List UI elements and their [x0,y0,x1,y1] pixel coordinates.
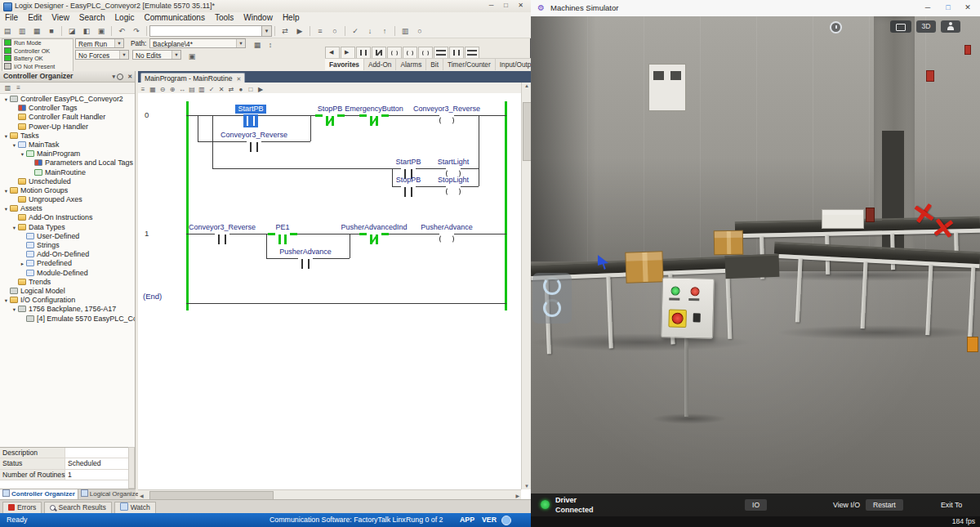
simulation-3d-viewport[interactable]: 3D DriverConnected IO View I/O Restart E… [531,16,980,527]
verify-icon[interactable]: ✓ [349,25,362,38]
tab-search-results[interactable]: Search Results [44,502,111,513]
palette-scroll-right-icon[interactable] [341,47,355,59]
language-icon[interactable]: ≡ [314,25,327,38]
contact-pusheradvance-seal[interactable]: PusherAdvance [261,243,350,270]
coil-stoplight[interactable]: StopLight [408,171,498,199]
controller-mode-dropdown[interactable]: Rem Run [75,38,124,48]
otu-coil-icon[interactable] [418,47,433,59]
expand-icon[interactable] [2,132,10,141]
menu-search[interactable]: Search [74,12,110,24]
upload-icon[interactable]: ↑ [378,25,391,38]
expand-icon[interactable] [11,141,18,150]
branch-icon[interactable] [434,47,448,59]
selector-switch[interactable] [693,313,701,322]
help-icon[interactable]: ○ [413,25,426,38]
scroll-right-icon[interactable]: ▶ [515,493,519,498]
redo-icon[interactable]: ↷ [130,25,143,38]
tree-item-backplane[interactable]: 1756 Backplane, 1756-A17 [0,305,135,314]
new-icon[interactable]: ▤ [1,25,14,38]
tree-item-unscheduled[interactable]: Unscheduled [0,177,135,186]
contact-startpb[interactable]: StartPB [206,100,296,127]
print-icon[interactable]: ■ [45,25,58,38]
view-io-button[interactable]: View I/O [833,501,860,509]
maximize-button[interactable] [499,1,513,11]
clock-icon[interactable] [830,21,842,33]
sim-maximize-button[interactable] [938,0,958,16]
cardboard-box[interactable] [714,230,744,256]
view-3d-button[interactable]: 3D [916,20,936,33]
organizer-pin-icon[interactable] [117,74,123,80]
menu-help[interactable]: Help [278,12,305,24]
cut-icon[interactable]: ◪ [65,25,78,38]
expand-icon[interactable] [11,223,18,232]
tree-item-trends[interactable]: Trends [0,278,135,287]
forces-enable-icon[interactable]: ▣ [185,51,198,63]
sim-close-button[interactable] [958,0,978,16]
tree-item-powerup-handler[interactable]: Power-Up Handler [0,123,135,132]
title-bar[interactable]: Logix Designer - EasyPLC_Conveyor2 [Emul… [0,0,531,13]
menu-view[interactable]: View [47,12,74,24]
upload-path-icon[interactable]: ↕ [264,39,277,51]
organizer-collapse-icon[interactable]: ≡ [13,83,24,93]
xic-contact-icon[interactable] [356,47,371,59]
small-red-box[interactable] [866,208,875,222]
menu-edit[interactable]: Edit [23,12,47,24]
tree-item-maintask[interactable]: MainTask [0,141,135,150]
palette-tab-addon[interactable]: Add-On [364,59,397,70]
tree-item-assets[interactable]: Assets [0,204,135,213]
save-icon[interactable]: ▦ [30,25,43,38]
palette-tab-alarms[interactable]: Alarms [396,59,426,70]
menu-communications[interactable]: Communications [139,12,209,24]
tree-item-io-configuration[interactable]: I/O Configuration [0,296,135,305]
rung-number-1[interactable]: 1 [145,229,149,238]
tree-item-addon-instructions[interactable]: Add-On Instructions [0,213,135,222]
sim-minimize-button[interactable] [918,0,938,16]
io-button[interactable]: IO [745,499,767,511]
branch-level-icon[interactable] [465,47,479,59]
green-indicator-light[interactable] [670,286,679,295]
white-box[interactable] [822,209,864,229]
expand-icon[interactable] [2,204,10,213]
expand-icon[interactable] [19,150,26,159]
exit-button[interactable]: Exit To [941,501,962,509]
path-dropdown-icon[interactable] [236,39,245,47]
scroll-left-icon[interactable]: ◀ [140,493,144,498]
edits-dropdown-icon[interactable] [172,51,180,59]
ons-icon[interactable] [449,47,464,59]
undo-icon[interactable]: ↶ [115,25,128,38]
cardboard-box[interactable] [625,251,663,284]
otl-coil-icon[interactable] [403,47,417,59]
tree-item-module-defined[interactable]: Module-Defined [0,269,135,278]
simulator-title-bar[interactable]: Machines Simulator [531,0,980,17]
organizer-menu-icon[interactable] [112,71,115,82]
emergency-stop-button[interactable] [668,309,687,328]
open-icon[interactable]: ▥ [16,25,29,38]
tree-item-emulate-module[interactable]: [4] Emulate 5570 EasyPLC_Conv... [0,315,135,324]
menu-logic[interactable]: Logic [110,12,140,24]
tree-item-motion-groups[interactable]: Motion Groups [0,186,135,195]
tree-item-mainroutine[interactable]: MainRoutine [0,168,135,177]
tab-watch[interactable]: Watch [114,502,156,513]
path-dropdown[interactable]: Backplane\4* [149,38,246,48]
expand-icon[interactable] [2,296,10,305]
close-button[interactable] [514,1,528,11]
tree-item-controller[interactable]: Controller EasyPLC_Conveyor2 [0,95,135,104]
palette-tab-input-output[interactable]: Input/Output [496,59,531,70]
red-indicator-light[interactable] [690,287,699,296]
connection-icon[interactable] [890,20,911,33]
combo-dropdown-icon[interactable] [261,26,271,36]
properties-scrollbar[interactable] [128,447,135,489]
expand-icon[interactable] [2,186,10,195]
prop-row-description[interactable]: Description [0,448,128,458]
scroll-up-icon[interactable]: ▲ [524,83,529,88]
forces-dropdown-icon[interactable] [119,51,128,59]
user-button[interactable] [941,20,960,33]
ladder-canvas[interactable]: 0 1 (End) Star [138,93,521,489]
palette-tab-favorites[interactable]: Favorites [325,59,364,70]
editor-vertical-scrollbar[interactable]: ▲ ▼ [521,83,531,489]
xio-contact-icon[interactable] [372,47,386,59]
prop-row-routines[interactable]: Number of Routines1 [0,470,128,480]
control-panel[interactable] [661,277,715,339]
contact-conveyor3-reverse-seal[interactable]: Conveyor3_Reverse [209,126,299,154]
search-combo[interactable] [149,25,272,37]
